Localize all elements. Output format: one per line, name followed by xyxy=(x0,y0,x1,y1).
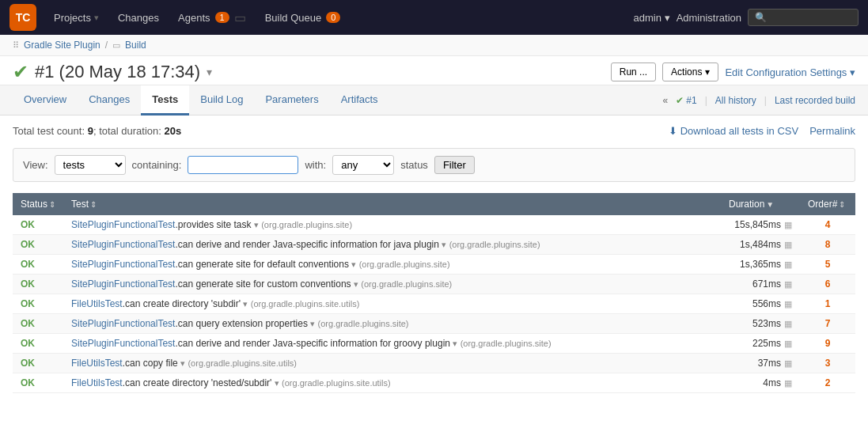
row-test: SitePluginFunctionalTest.can query exten… xyxy=(63,314,721,334)
duration-graph-icon[interactable]: ▦ xyxy=(784,319,792,329)
row-duration: 225ms ▦ xyxy=(721,334,800,354)
tabs-build-num[interactable]: ✔ #1 xyxy=(676,95,696,106)
row-status: OK xyxy=(13,215,63,235)
status-label: status xyxy=(400,159,428,171)
test-package: (org.gradle.plugins.site.utils) xyxy=(251,299,360,309)
test-class-link[interactable]: SitePluginFunctionalTest xyxy=(71,278,175,290)
row-duration: 15s,845ms ▦ xyxy=(721,215,800,235)
row-order: 6 xyxy=(800,275,855,294)
top-navigation: TC Projects ▾ Changes Agents 1 ▭ Build Q… xyxy=(0,0,868,35)
search-box[interactable]: 🔍 xyxy=(748,9,859,26)
filter-bar: View: tests suites packages containing: … xyxy=(13,148,855,182)
agents-icon: ▭ xyxy=(234,10,246,25)
duration-graph-icon[interactable]: ▦ xyxy=(784,240,792,250)
header-test[interactable]: Test⇕ xyxy=(63,193,721,215)
tab-overview[interactable]: Overview xyxy=(13,85,78,116)
header-duration[interactable]: Duration▼ xyxy=(721,193,800,215)
duration-graph-icon[interactable]: ▦ xyxy=(784,279,792,290)
nav-changes[interactable]: Changes xyxy=(110,9,167,27)
view-select[interactable]: tests suites packages xyxy=(55,155,126,175)
breadcrumb-project[interactable]: Gradle Site Plugin xyxy=(24,40,100,51)
tab-build-log[interactable]: Build Log xyxy=(189,85,254,116)
duration-graph-icon[interactable]: ▦ xyxy=(784,358,792,369)
permalink-link[interactable]: Permalink xyxy=(809,125,855,137)
tabs-right: « ✔ #1 | All history | Last recorded bui… xyxy=(663,95,855,106)
agents-badge: 1 xyxy=(215,12,229,23)
breadcrumb-build-icon: ▭ xyxy=(112,40,120,51)
all-history-link[interactable]: All history xyxy=(715,95,756,106)
test-class-link[interactable]: SitePluginFunctionalTest xyxy=(71,338,175,349)
row-status: OK xyxy=(13,354,63,373)
actions-button[interactable]: Actions ▾ xyxy=(662,62,718,81)
run-button[interactable]: Run ... xyxy=(611,62,656,81)
duration-graph-icon[interactable]: ▦ xyxy=(784,378,792,388)
row-order: 4 xyxy=(800,215,855,235)
last-recorded-link[interactable]: Last recorded build xyxy=(775,95,855,106)
duration-graph-icon[interactable]: ▦ xyxy=(784,339,792,349)
tc-logo: TC xyxy=(9,4,36,31)
test-class-link[interactable]: SitePluginFunctionalTest xyxy=(71,219,175,230)
tab-parameters[interactable]: Parameters xyxy=(254,85,329,116)
test-package: (org.gradle.plugins.site.utils) xyxy=(188,358,297,368)
test-package: (org.gradle.plugins.site) xyxy=(359,259,450,269)
build-queue-badge: 0 xyxy=(326,12,340,23)
row-order: 2 xyxy=(800,373,855,393)
tab-artifacts[interactable]: Artifacts xyxy=(330,85,389,116)
test-class-link[interactable]: FileUtilsTest xyxy=(71,377,123,388)
row-test: SitePluginFunctionalTest.can derive and … xyxy=(63,235,721,255)
build-dropdown-icon[interactable]: ▾ xyxy=(207,66,212,78)
nav-agents[interactable]: Agents 1 ▭ xyxy=(170,7,254,28)
test-package: (org.gradle.plugins.site) xyxy=(449,240,540,249)
header-order[interactable]: Order#⇕ xyxy=(800,193,855,215)
filter-button[interactable]: Filter xyxy=(434,156,475,174)
row-duration: 523ms ▦ xyxy=(721,314,800,334)
row-order: 1 xyxy=(800,294,855,314)
content-area: Total test count: 9; total duration: 20s… xyxy=(0,116,868,403)
row-duration: 4ms ▦ xyxy=(721,373,800,393)
duration-graph-icon[interactable]: ▦ xyxy=(784,259,792,270)
search-icon: 🔍 xyxy=(755,12,767,23)
tabs-sep1: | xyxy=(705,95,707,106)
containing-label: containing: xyxy=(132,159,182,171)
row-test: SitePluginFunctionalTest.can generate si… xyxy=(63,255,721,275)
test-class-link[interactable]: SitePluginFunctionalTest xyxy=(71,239,175,250)
row-status: OK xyxy=(13,275,63,294)
duration-graph-icon[interactable]: ▦ xyxy=(784,299,792,309)
row-test: FileUtilsTest.can create directory 'subd… xyxy=(63,294,721,314)
header-status[interactable]: Status⇕ xyxy=(13,193,63,215)
containing-input[interactable] xyxy=(188,156,298,174)
table-row: OK FileUtilsTest.can copy file ▾ (org.gr… xyxy=(13,354,855,373)
row-duration: 1s,365ms ▦ xyxy=(721,255,800,275)
build-title-right: Run ... Actions ▾ Edit Configuration Set… xyxy=(611,62,855,81)
test-package: (org.gradle.plugins.site) xyxy=(461,339,552,348)
download-tests-link[interactable]: ⬇ Download all tests in CSV xyxy=(669,125,799,137)
tab-tests[interactable]: Tests xyxy=(141,85,189,116)
table-row: OK SitePluginFunctionalTest.can generate… xyxy=(13,275,855,294)
admin-link[interactable]: admin ▾ xyxy=(634,12,670,24)
test-class-link[interactable]: SitePluginFunctionalTest xyxy=(71,318,175,329)
row-test: FileUtilsTest.can copy file ▾ (org.gradl… xyxy=(63,354,721,373)
row-duration: 556ms ▦ xyxy=(721,294,800,314)
download-icon: ⬇ xyxy=(669,125,677,137)
row-duration: 671ms ▦ xyxy=(721,275,800,294)
test-class-link[interactable]: SitePluginFunctionalTest xyxy=(71,259,175,270)
tab-changes[interactable]: Changes xyxy=(78,85,141,116)
nav-right: admin ▾ Administration 🔍 xyxy=(634,9,859,26)
with-select[interactable]: any passed failed ignored xyxy=(332,155,394,175)
edit-config-link[interactable]: Edit Configuration Settings ▾ xyxy=(725,66,855,78)
table-row: OK SitePluginFunctionalTest.can query ex… xyxy=(13,314,855,334)
status-sort-icon: ⇕ xyxy=(49,200,55,209)
breadcrumb-build[interactable]: Build xyxy=(125,40,146,51)
duration-graph-icon[interactable]: ▦ xyxy=(784,220,792,230)
table-body: OK SitePluginFunctionalTest.provides sit… xyxy=(13,215,855,393)
row-order: 5 xyxy=(800,255,855,275)
nav-build-queue[interactable]: Build Queue 0 xyxy=(257,9,349,27)
nav-projects[interactable]: Projects ▾ xyxy=(46,9,107,27)
row-status: OK xyxy=(13,255,63,275)
table-row: OK FileUtilsTest.can create directory 's… xyxy=(13,294,855,314)
administration-link[interactable]: Administration xyxy=(677,12,741,24)
test-class-link[interactable]: FileUtilsTest xyxy=(71,358,123,369)
table-header: Status⇕ Test⇕ Duration▼ Order#⇕ xyxy=(13,193,855,215)
test-class-link[interactable]: FileUtilsTest xyxy=(71,298,123,309)
tabs-nav-arrows[interactable]: « xyxy=(663,95,669,106)
